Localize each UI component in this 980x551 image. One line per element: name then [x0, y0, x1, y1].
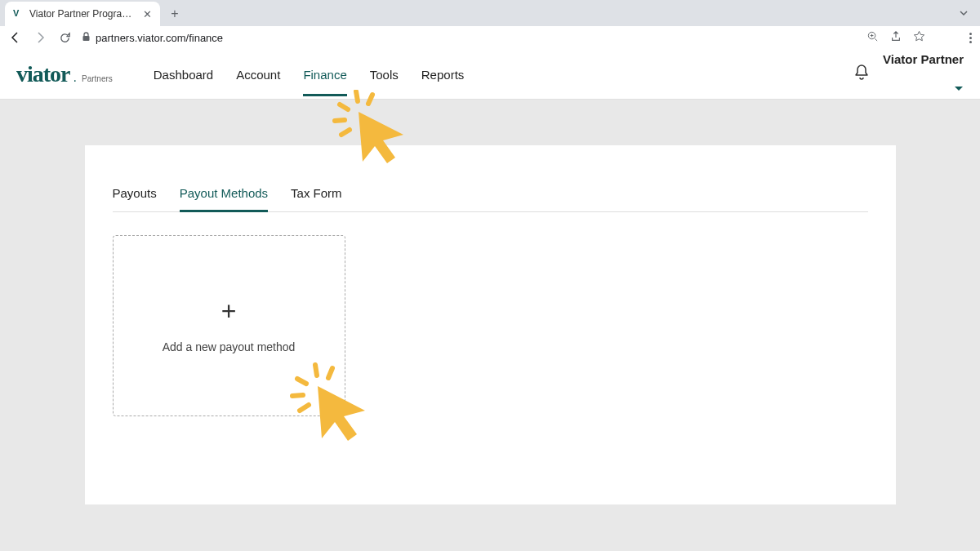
menu-icon[interactable]	[969, 33, 972, 43]
tab-title: Viator Partner Program - Finan	[29, 8, 138, 20]
tab-payout-methods[interactable]: Payout Methods	[180, 186, 268, 211]
nav-reports[interactable]: Reports	[421, 51, 465, 96]
url-text: partners.viator.com/finance	[96, 32, 223, 44]
tab-bar: V Viator Partner Program - Finan ✕ +	[0, 0, 980, 26]
nav-account[interactable]: Account	[236, 51, 280, 96]
forward-button[interactable]	[33, 31, 47, 44]
nav-dashboard[interactable]: Dashboard	[154, 51, 213, 96]
lock-icon	[82, 32, 91, 43]
logo[interactable]: viator. Partners	[16, 61, 113, 87]
tab-tax-form[interactable]: Tax Form	[291, 186, 342, 211]
address-bar: partners.viator.com/finance	[0, 26, 980, 49]
caret-down-icon	[954, 81, 964, 96]
back-button[interactable]	[8, 31, 23, 44]
page-body: Payouts Payout Methods Tax Form + Add a …	[0, 100, 980, 551]
page-header: viator. Partners Dashboard Account Finan…	[0, 49, 980, 100]
star-icon[interactable]	[913, 30, 925, 45]
content-card: Payouts Payout Methods Tax Form + Add a …	[85, 145, 896, 504]
add-payout-method-card[interactable]: + Add a new payout method	[113, 235, 345, 416]
tab-favicon: V	[13, 8, 24, 20]
header-right: Viator Partner	[853, 52, 964, 96]
add-payout-label: Add a new payout method	[163, 340, 296, 353]
plus-icon: +	[221, 298, 237, 324]
user-label: Viator Partner	[883, 52, 964, 66]
new-tab-button[interactable]: +	[165, 4, 185, 24]
browser-chrome: V Viator Partner Program - Finan ✕ + par…	[0, 0, 980, 49]
main-nav: Dashboard Account Finance Tools Reports	[154, 51, 465, 96]
user-menu[interactable]: Viator Partner	[883, 52, 964, 96]
url-bar[interactable]: partners.viator.com/finance	[82, 32, 857, 44]
sub-tabs: Payouts Payout Methods Tax Form	[113, 186, 868, 212]
nav-finance[interactable]: Finance	[303, 51, 346, 96]
tab-payouts[interactable]: Payouts	[113, 186, 157, 211]
browser-tab[interactable]: V Viator Partner Program - Finan ✕	[5, 2, 160, 26]
nav-tools[interactable]: Tools	[370, 51, 399, 96]
zoom-icon[interactable]	[866, 30, 879, 45]
close-icon[interactable]: ✕	[143, 8, 152, 20]
browser-right-icons	[866, 30, 972, 45]
chevron-down-icon[interactable]	[959, 7, 969, 21]
svg-rect-0	[83, 36, 90, 41]
logo-text: viator	[16, 61, 70, 87]
logo-subtext: Partners	[82, 74, 113, 83]
bell-icon[interactable]	[853, 64, 870, 85]
share-icon[interactable]	[890, 31, 902, 45]
reload-button[interactable]	[57, 32, 72, 44]
